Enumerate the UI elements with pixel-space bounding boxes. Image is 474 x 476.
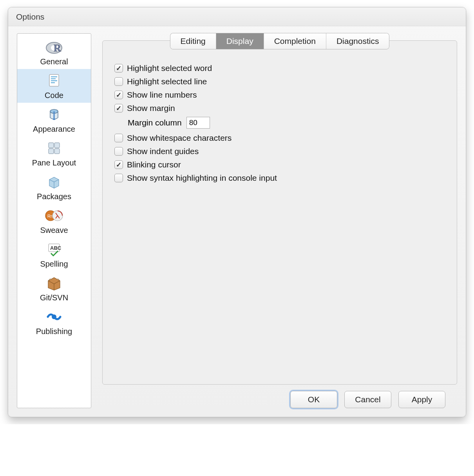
r-logo-icon: R	[45, 38, 63, 56]
checkbox-show-margin[interactable]	[114, 104, 123, 113]
option-show-margin: Show margin	[114, 104, 445, 113]
tab-editing[interactable]: Editing	[170, 33, 216, 49]
checkbox-show-line-numbers[interactable]	[114, 91, 123, 99]
sidebar-item-label: Packages	[37, 192, 71, 201]
option-label: Show indent guides	[127, 147, 199, 156]
pane-layout-icon	[45, 139, 63, 158]
package-box-icon	[45, 173, 63, 191]
sidebar-item-packages[interactable]: Packages	[17, 170, 91, 204]
sidebar-item-label: Code	[45, 91, 63, 100]
option-label: Highlight selected line	[127, 77, 207, 86]
option-label: Highlight selected word	[127, 64, 212, 73]
margin-column-label: Margin column	[128, 118, 182, 127]
sidebar-item-sweave[interactable]: Rnw Sweave	[17, 204, 91, 238]
tab-completion[interactable]: Completion	[264, 33, 326, 49]
sweave-icon: Rnw	[45, 206, 63, 225]
sidebar-item-appearance[interactable]: Appearance	[17, 103, 91, 136]
sidebar-item-code[interactable]: Code	[17, 69, 91, 103]
tab-display[interactable]: Display	[216, 33, 264, 49]
tab-diagnostics[interactable]: Diagnostics	[326, 33, 389, 49]
option-blinking-cursor: Blinking cursor	[114, 160, 445, 169]
sidebar-item-label: Sweave	[40, 226, 68, 234]
sidebar-item-spelling[interactable]: ABC Spelling	[17, 238, 91, 271]
margin-column-input[interactable]	[186, 117, 210, 129]
option-show-whitespace: Show whitespace characters	[114, 133, 445, 143]
dialog-footer: OK Cancel Apply	[102, 385, 457, 408]
category-sidebar: R General Code	[17, 33, 91, 408]
option-label: Show syntax highlighting in console inpu…	[127, 173, 277, 183]
sidebar-item-general[interactable]: R General	[17, 35, 91, 69]
sidebar-item-git-svn[interactable]: Git/SVN	[17, 271, 91, 305]
option-show-indent-guides: Show indent guides	[114, 147, 445, 156]
display-panel: Highlight selected word Highlight select…	[102, 40, 457, 385]
svg-text:ABC: ABC	[50, 245, 62, 251]
option-label: Show margin	[127, 104, 175, 113]
svg-rect-12	[49, 149, 54, 154]
option-label: Show whitespace characters	[127, 133, 232, 143]
paint-bucket-icon	[45, 105, 63, 124]
option-label: Blinking cursor	[127, 160, 181, 169]
window-title: Options	[16, 12, 44, 22]
checkbox-show-whitespace[interactable]	[114, 134, 123, 142]
sidebar-item-label: Publishing	[36, 327, 72, 336]
option-margin-column: Margin column	[128, 117, 445, 129]
checkbox-show-indent-guides[interactable]	[114, 147, 123, 156]
code-file-icon	[45, 71, 63, 90]
cardboard-box-icon	[45, 274, 63, 293]
svg-rect-11	[54, 143, 60, 148]
ok-button[interactable]: OK	[290, 391, 337, 408]
svg-rect-10	[49, 143, 54, 148]
checkbox-highlight-selected-line[interactable]	[114, 77, 123, 86]
option-highlight-selected-word: Highlight selected word	[114, 64, 445, 73]
tab-bar: Editing Display Completion Diagnostics	[102, 33, 457, 49]
main-area: Editing Display Completion Diagnostics H…	[102, 33, 457, 408]
checkbox-highlight-selected-word[interactable]	[114, 64, 123, 73]
dialog-body: R General Code	[8, 26, 466, 408]
sidebar-item-label: Appearance	[33, 125, 75, 133]
sidebar-item-label: Pane Layout	[32, 158, 76, 167]
option-show-line-numbers: Show line numbers	[114, 90, 445, 100]
checkbox-blinking-cursor[interactable]	[114, 160, 123, 169]
checkbox-syntax-highlight-console[interactable]	[114, 174, 123, 182]
svg-rect-13	[54, 149, 60, 154]
sidebar-item-label: Spelling	[40, 260, 68, 268]
svg-text:R: R	[54, 42, 61, 54]
option-highlight-selected-line: Highlight selected line	[114, 77, 445, 86]
cancel-button[interactable]: Cancel	[344, 391, 391, 408]
sidebar-item-label: General	[40, 57, 68, 66]
sidebar-item-publishing[interactable]: Publishing	[17, 305, 91, 339]
sidebar-item-label: Git/SVN	[40, 293, 68, 302]
svg-point-9	[53, 118, 55, 120]
window-titlebar: Options	[8, 7, 466, 26]
spellcheck-icon: ABC	[45, 240, 63, 259]
apply-button[interactable]: Apply	[398, 391, 445, 408]
publishing-icon	[45, 307, 63, 326]
option-syntax-highlight-console: Show syntax highlighting in console inpu…	[114, 173, 445, 183]
sidebar-item-pane-layout[interactable]: Pane Layout	[17, 136, 91, 170]
options-dialog: Options R General	[8, 7, 466, 417]
option-label: Show line numbers	[127, 90, 197, 100]
